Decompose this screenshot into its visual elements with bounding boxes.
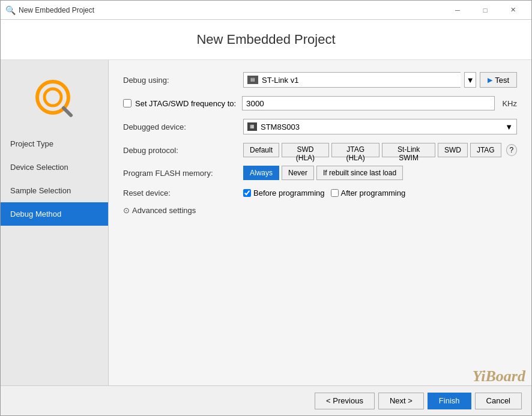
header: New Embedded Project bbox=[1, 20, 531, 60]
debug-using-field: ▤ ST-Link v1 ▼ ▶ Test bbox=[243, 72, 517, 88]
advanced-expand-icon: ⊙ bbox=[123, 206, 130, 215]
freq-input[interactable] bbox=[242, 96, 495, 110]
debugged-device-row: Debugged device: ▦ STM8S003 ▼ bbox=[123, 119, 517, 134]
debug-using-row: Debug using: ▤ ST-Link v1 ▼ ▶ bbox=[123, 72, 517, 88]
debug-protocol-label: Debug protocol: bbox=[123, 146, 243, 155]
close-button[interactable]: ✕ bbox=[499, 1, 527, 20]
window-title: New Embedded Project bbox=[19, 6, 444, 14]
advanced-label: Advanced settings bbox=[132, 206, 196, 215]
test-label: Test bbox=[495, 76, 509, 85]
window-body: New Embedded Project Project Type Device… bbox=[1, 20, 531, 385]
reset-before-label: Before programming bbox=[253, 188, 325, 197]
flash-buttons: Always Never If rebuilt since last load bbox=[243, 166, 517, 180]
flash-if-rebuilt[interactable]: If rebuilt since last load bbox=[316, 166, 403, 180]
reset-before-checkbox[interactable] bbox=[243, 189, 251, 197]
protocol-default[interactable]: Default bbox=[243, 143, 279, 157]
debug-using-label: Debug using: bbox=[123, 76, 243, 85]
debug-using-value: ST-Link v1 bbox=[262, 76, 298, 85]
protocol-swd[interactable]: SWD bbox=[438, 143, 468, 157]
device-icon: ▦ bbox=[247, 122, 257, 131]
svg-line-2 bbox=[64, 108, 71, 115]
protocol-swd-hla[interactable]: SWD (HLA) bbox=[282, 143, 329, 157]
next-button[interactable]: Next > bbox=[378, 393, 424, 409]
reset-control: Before programming After programming bbox=[243, 188, 517, 197]
device-value: STM8S003 bbox=[261, 122, 300, 131]
titlebar: 🔍 New Embedded Project ─ □ ✕ bbox=[1, 1, 531, 20]
play-icon: ▶ bbox=[488, 76, 492, 84]
sidebar-item-sample-selection[interactable]: Sample Selection bbox=[1, 179, 108, 202]
content-area: Debug using: ▤ ST-Link v1 ▼ ▶ bbox=[109, 60, 531, 385]
flash-label: Program FLASH memory: bbox=[123, 169, 243, 178]
device-combo-arrow: ▼ bbox=[505, 122, 513, 131]
finish-button[interactable]: Finish bbox=[428, 393, 471, 409]
protocol-buttons: Default SWD (HLA) JTAG (HLA) St-Link SWI… bbox=[243, 143, 517, 157]
cancel-button[interactable]: Cancel bbox=[475, 393, 522, 409]
advanced-settings-row[interactable]: ⊙ Advanced settings bbox=[123, 206, 517, 215]
main-window: 🔍 New Embedded Project ─ □ ✕ New Embedde… bbox=[0, 0, 532, 416]
sidebar-item-device-selection[interactable]: Device Selection bbox=[1, 155, 108, 179]
sidebar-item-project-type[interactable]: Project Type bbox=[1, 132, 108, 155]
protocol-help-icon[interactable]: ? bbox=[506, 144, 517, 156]
reset-options: Before programming After programming bbox=[243, 188, 517, 197]
svg-point-1 bbox=[44, 89, 61, 106]
footer: YiBoard < Previous Next > Finish Cancel bbox=[1, 385, 531, 415]
reset-after-item: After programming bbox=[331, 188, 406, 197]
stlink-icon: ▤ bbox=[247, 76, 258, 84]
main-area: Project Type Device Selection Sample Sel… bbox=[1, 60, 531, 385]
debug-using-control: ▤ ST-Link v1 ▼ ▶ Test bbox=[243, 72, 517, 88]
debug-protocol-control: Default SWD (HLA) JTAG (HLA) St-Link SWI… bbox=[243, 143, 517, 157]
reset-label: Reset device: bbox=[123, 188, 243, 197]
jtag-freq-checkbox[interactable] bbox=[123, 99, 131, 107]
minimize-button[interactable]: ─ bbox=[444, 1, 471, 20]
freq-unit: KHz bbox=[502, 99, 517, 108]
debugged-device-label: Debugged device: bbox=[123, 122, 243, 131]
page-title: New Embedded Project bbox=[13, 32, 519, 47]
flash-never[interactable]: Never bbox=[282, 166, 314, 180]
debugged-device-control: ▦ STM8S003 ▼ bbox=[243, 119, 517, 134]
previous-button[interactable]: < Previous bbox=[315, 393, 375, 409]
flash-always[interactable]: Always bbox=[243, 166, 279, 180]
reset-after-label: After programming bbox=[341, 188, 406, 197]
debug-protocol-row: Debug protocol: Default SWD (HLA) JTAG (… bbox=[123, 143, 517, 157]
test-button[interactable]: ▶ Test bbox=[480, 72, 517, 88]
sidebar-item-debug-method[interactable]: Debug Method bbox=[1, 202, 108, 226]
logo-icon bbox=[34, 78, 76, 120]
protocol-jtag[interactable]: JTAG bbox=[470, 143, 501, 157]
sidebar-logo bbox=[1, 66, 108, 132]
protocol-stlink-swim[interactable]: St-Link SWIM bbox=[382, 143, 435, 157]
debug-using-combo[interactable]: ▤ ST-Link v1 bbox=[243, 72, 461, 88]
sidebar: Project Type Device Selection Sample Sel… bbox=[1, 60, 109, 385]
reset-before-item: Before programming bbox=[243, 188, 325, 197]
reset-device-row: Reset device: Before programming After p… bbox=[123, 188, 517, 197]
maximize-button[interactable]: □ bbox=[471, 1, 499, 20]
flash-memory-row: Program FLASH memory: Always Never If re… bbox=[123, 166, 517, 180]
window-controls: ─ □ ✕ bbox=[444, 1, 527, 20]
jtag-freq-row: Set JTAG/SWD frequency to: KHz bbox=[123, 96, 517, 110]
app-icon: 🔍 bbox=[5, 5, 15, 15]
protocol-jtag-hla[interactable]: JTAG (HLA) bbox=[331, 143, 379, 157]
device-combo[interactable]: ▦ STM8S003 ▼ bbox=[243, 119, 517, 134]
flash-control: Always Never If rebuilt since last load bbox=[243, 166, 517, 180]
reset-after-checkbox[interactable] bbox=[331, 189, 339, 197]
debug-using-dropdown-arrow[interactable]: ▼ bbox=[464, 72, 476, 88]
jtag-freq-label: Set JTAG/SWD frequency to: bbox=[135, 99, 236, 108]
